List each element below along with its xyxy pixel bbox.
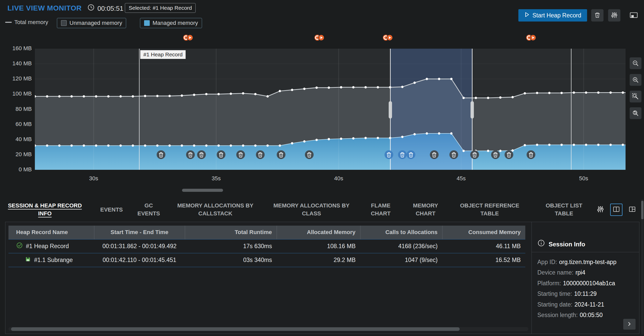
table-row[interactable]: #1.1 Subrange00:01:42.110 - 00:01:45.451… (8, 253, 525, 267)
view-options (594, 204, 638, 216)
table-header-row: Heap Record NameStart Time - End TimeTot… (8, 226, 525, 239)
chart-scrollbar-thumb[interactable] (182, 189, 223, 192)
legend-managed-memory[interactable]: Managed memory (140, 18, 202, 28)
delete-event-icon[interactable] (470, 150, 479, 159)
zoom-in-button[interactable] (630, 74, 641, 86)
tab-gc-events[interactable]: GC EVENTS (136, 202, 162, 218)
delete-event-icon[interactable] (217, 150, 225, 159)
vertical-scrollbar[interactable] (641, 199, 643, 334)
session-info-item: Platform:10000000104ab1ca (537, 278, 633, 289)
tab-memory-chart[interactable]: MEMORY CHART (408, 202, 444, 218)
tab-flame-chart[interactable]: FLAME CHART (365, 202, 396, 218)
y-tick-label: 40 MB (2, 136, 32, 143)
delete-event-icon[interactable] (398, 150, 407, 159)
delete-event-icon[interactable] (197, 150, 206, 159)
heap-record-label: #1 Heap Record (140, 50, 186, 59)
delete-event-icon[interactable] (157, 150, 165, 159)
y-tick-label: 120 MB (2, 75, 32, 82)
delete-event-icon[interactable] (277, 150, 285, 159)
selection-handle-right[interactable] (470, 101, 474, 119)
y-tick-label: 60 MB (2, 121, 32, 128)
y-tick-label: 140 MB (2, 60, 32, 67)
subrange-icon (25, 256, 31, 264)
memory-chart[interactable] (35, 49, 626, 170)
tab-memory-allocations-by-class[interactable]: MEMORY ALLOCATIONS BY CLASS (269, 202, 354, 218)
delete-event-icon[interactable] (527, 150, 535, 159)
session-info-item: App ID:org.tizen.tmp-test-app (537, 257, 633, 267)
session-info-item: Device name:rpi4 (537, 267, 633, 278)
cell-consumed: 16.52 MB (442, 253, 525, 267)
table-scrollbar[interactable] (8, 327, 528, 331)
delete-event-icon[interactable] (385, 150, 393, 159)
column-header[interactable]: Allocated Memory (277, 226, 360, 239)
zoom-to-selection-button[interactable] (630, 91, 641, 102)
session-item-value: rpi4 (576, 269, 585, 276)
legend-total-label: Total memory (14, 19, 48, 26)
cell-calls: 1047 (9/sec) (360, 253, 442, 267)
column-header[interactable]: Consumed Memory (442, 226, 525, 239)
session-timer: 00:05:51 (97, 5, 123, 13)
gc-events-row (0, 34, 644, 43)
delete-event-icon[interactable] (491, 150, 500, 159)
split-columns-icon (612, 205, 620, 214)
total-memory-line-swatch (5, 22, 12, 23)
records-table: Heap Record NameStart Time - End TimeTot… (8, 226, 525, 267)
cell-time: 00:01:31.862 - 00:01:49.492 (94, 239, 185, 253)
column-header[interactable]: Start Time - End Time (94, 226, 185, 239)
session-info-item: Starting date:2024-11-21 (537, 299, 633, 310)
live-view-monitor: LIVE VIEW MONITOR 00:05:51 Selected: #1 … (0, 0, 644, 336)
table-scrollbar-thumb[interactable] (11, 327, 460, 331)
session-item-label: Starting date: (537, 301, 572, 308)
managed-swatch (144, 20, 150, 26)
column-header[interactable]: Calls to Allocations (360, 226, 442, 239)
tab-session-heap-record-info[interactable]: SESSION & HEAP RECORD INFO (3, 202, 87, 218)
delete-event-icon[interactable] (407, 150, 415, 159)
cell-calls: 4168 (236/sec) (360, 239, 442, 253)
sliders-icon (597, 205, 604, 214)
gc-event-icon[interactable] (382, 34, 393, 43)
tabbar: SESSION & HEAP RECORD INFOEVENTSGC EVENT… (0, 198, 644, 222)
tab-memory-allocations-by-callstack[interactable]: MEMORY ALLOCATIONS BY CALLSTACK (173, 202, 258, 218)
delete-event-icon[interactable] (430, 150, 439, 159)
tab-object-list-table[interactable]: OBJECT LIST TABLE (536, 202, 592, 218)
vertical-scrollbar-thumb[interactable] (641, 201, 643, 219)
cell-time: 00:01:42.110 - 00:01:45.451 (94, 253, 185, 267)
delete-event-icon[interactable] (505, 150, 513, 159)
layout-split-grid-button[interactable] (626, 204, 638, 216)
gc-event-icon[interactable] (526, 34, 536, 43)
chart-scrollbar[interactable] (35, 189, 626, 192)
session-info-header: Session Info (532, 222, 639, 252)
session-item-value: 00:05:50 (580, 312, 603, 318)
tab-object-reference-table[interactable]: OBJECT REFERENCE TABLE (455, 202, 524, 218)
delete-event-icon[interactable] (256, 150, 265, 159)
session-item-label: Platform: (537, 280, 561, 287)
record-name: #1 Heap Record (26, 243, 69, 250)
cell-runtime: 03s 340ms (185, 253, 277, 267)
unmanaged-swatch (61, 20, 67, 26)
expand-panel-button[interactable] (623, 319, 636, 330)
session-item-label: App ID: (537, 259, 557, 265)
delete-event-icon[interactable] (449, 150, 458, 159)
layout-split-columns-button[interactable] (610, 204, 622, 216)
gc-event-icon[interactable] (183, 34, 193, 43)
x-tick-label: 50s (579, 175, 588, 182)
session-item-label: Device name: (537, 269, 573, 276)
column-header[interactable]: Heap Record Name (8, 226, 94, 239)
table-settings-button[interactable] (594, 204, 607, 216)
zoom-out-button[interactable] (630, 57, 641, 69)
column-header[interactable]: Total Runtime (185, 226, 277, 239)
delete-event-icon[interactable] (186, 150, 195, 159)
gc-event-icon[interactable] (314, 34, 325, 43)
table-row[interactable]: #1 Heap Record00:01:31.862 - 00:01:49.49… (8, 239, 525, 253)
selection-handle-left[interactable] (389, 101, 392, 119)
y-tick-label: 80 MB (2, 106, 32, 112)
cell-allocated: 29.2 MB (277, 253, 360, 267)
zoom-reset-button[interactable] (630, 107, 641, 119)
info-icon (537, 239, 545, 248)
delete-event-icon[interactable] (236, 150, 245, 159)
session-info-item: Session length:00:05:50 (537, 310, 633, 320)
legend-unmanaged-memory[interactable]: Unmanaged memory (57, 18, 126, 28)
y-tick-label: 20 MB (2, 151, 32, 158)
delete-event-icon[interactable] (305, 150, 314, 159)
tab-events[interactable]: EVENTS (99, 206, 124, 214)
